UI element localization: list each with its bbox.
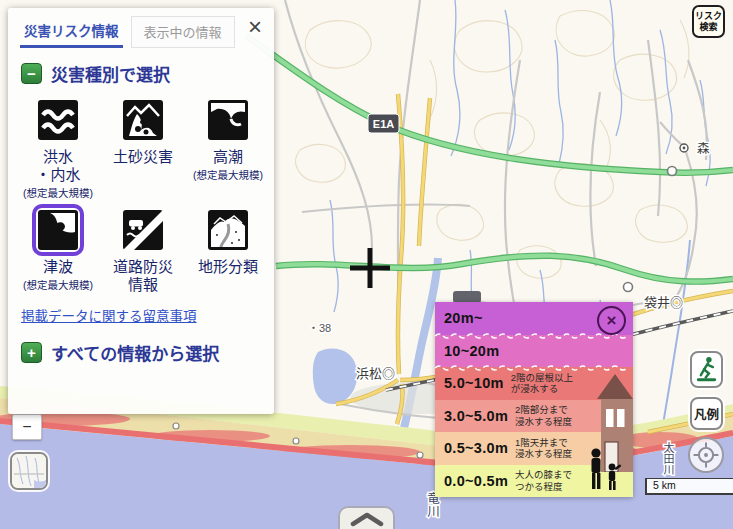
collapse-minus-icon[interactable]: − [21, 63, 42, 84]
label-mori: 森 [697, 141, 710, 156]
disaster-type-flood[interactable]: 洪水・内水 (想定最大規模) [14, 94, 102, 200]
bottom-sheet-toggle[interactable] [338, 506, 395, 529]
tab-displayed-info[interactable]: 表示中の情報 [131, 16, 235, 48]
disaster-type-landslide[interactable]: 土砂災害 [102, 94, 184, 200]
panel-tabbar: 災害リスク情報 表示中の情報 × [8, 8, 274, 48]
section-disaster-type: − 災害種別で選択 [21, 61, 274, 86]
mori-town-marker [680, 144, 688, 152]
disaster-risk-panel: 災害リスク情報 表示中の情報 × − 災害種別で選択 洪水・内水 (想定最大規模… [8, 8, 274, 414]
zoom-out-button[interactable]: − [12, 414, 42, 440]
data-notes-link[interactable]: 掲載データに関する留意事項 [21, 305, 274, 325]
running-person-icon [692, 353, 721, 386]
section-all-info: + すべての情報から選択 [21, 340, 274, 365]
tsunami-depth-legend: × 20m~ 10~20m 5.0~10m 2階の屋根以上が浸水する 3.0~5… [435, 302, 633, 497]
current-location-button[interactable] [688, 437, 724, 473]
disaster-type-storm-surge[interactable]: 高潮 (想定最大規模) [184, 94, 272, 200]
map-scale-bar: 5 km [645, 478, 733, 495]
landslide-icon [123, 100, 163, 140]
terrain-icon [208, 210, 248, 250]
legend-toggle-button[interactable]: 凡例 [690, 397, 723, 430]
disaster-type-road[interactable]: 道路防災情報 [102, 204, 184, 295]
minimap-thumbnail [12, 454, 46, 488]
svg-text:E1A: E1A [373, 118, 394, 130]
location-target-icon [690, 439, 722, 471]
overview-minimap[interactable] [10, 452, 48, 490]
expressway-badge-e1a: E1A [368, 114, 399, 133]
road-disaster-icon [123, 210, 163, 250]
label-hamamatsu: 浜松◎ [356, 366, 395, 381]
legend-row-10-20m: 10~20m [435, 335, 633, 368]
disaster-type-grid: 洪水・内水 (想定最大規模) 土砂災害 [8, 90, 274, 299]
disaster-type-terrain[interactable]: 地形分類 [184, 204, 272, 295]
wave-separator [435, 364, 633, 371]
storm-surge-icon [208, 100, 248, 140]
label-fukuroi: 袋井◎ [644, 295, 683, 310]
section-title-all: すべての情報から選択 [51, 340, 219, 365]
expand-plus-icon[interactable]: + [21, 342, 42, 363]
section-title: 災害種別で選択 [51, 61, 170, 86]
hazard-map-app: E1A 森 袋井◎ 浜松◎ ・38 竜川 太田川 災害リスク情報 表示中の情報 … [0, 0, 733, 529]
evacuation-button[interactable] [690, 351, 723, 388]
risk-search-button[interactable]: リスク 検索 [692, 5, 725, 38]
disaster-type-tsunami[interactable]: 津波 (想定最大規模) [14, 204, 102, 295]
label-river-ota: 太田川 [662, 442, 675, 475]
people-depth-illustration [585, 448, 627, 497]
tsunami-icon [38, 210, 78, 250]
tab-disaster-risk-info[interactable]: 災害リスク情報 [20, 17, 123, 48]
flood-icon [38, 100, 78, 140]
chevron-up-icon [345, 511, 389, 527]
legend-close-icon[interactable]: × [597, 306, 626, 335]
panel-close-icon[interactable]: × [248, 16, 262, 38]
label-spot-elevation: ・38 [308, 322, 331, 334]
